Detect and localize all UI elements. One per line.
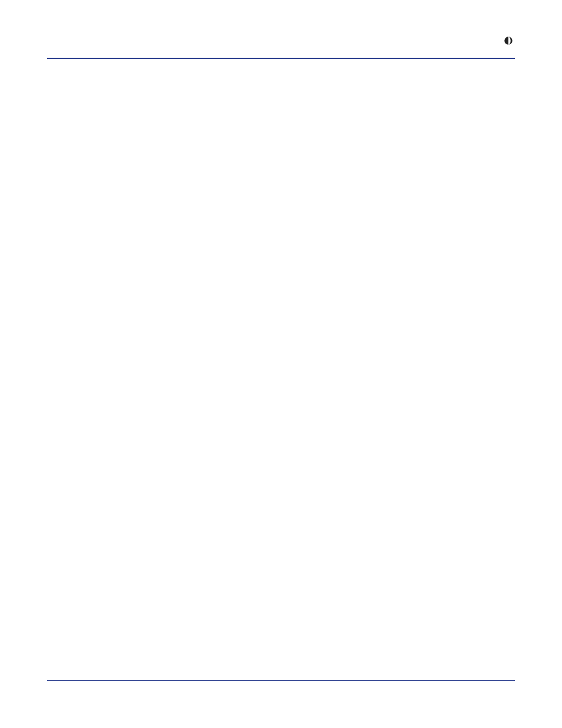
- footer-rule: [47, 680, 515, 681]
- section-heading: [77, 101, 515, 111]
- brand-logo: [503, 35, 515, 47]
- doc-title: [47, 44, 259, 47]
- page-content: [77, 74, 515, 150]
- section-heading: [77, 126, 515, 136]
- header-rule: [47, 58, 515, 59]
- section-heading: [77, 76, 515, 87]
- inficon-logo-icon: [503, 35, 514, 46]
